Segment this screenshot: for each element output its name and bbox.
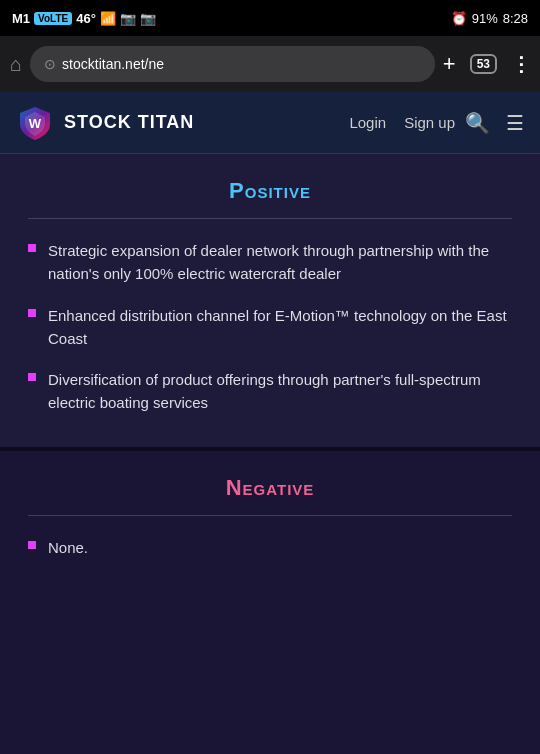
positive-section: Positive Strategic expansion of dealer n… [0, 154, 540, 451]
negative-title: Negative [28, 475, 512, 501]
battery-level: 91% [472, 11, 498, 26]
list-item: Enhanced distribution channel for E-Moti… [28, 304, 512, 351]
bullet-icon [28, 373, 36, 381]
bullet-icon [28, 309, 36, 317]
negative-none-text: None. [48, 536, 88, 559]
positive-title: Positive [28, 178, 512, 204]
bullet-text-2: Enhanced distribution channel for E-Moti… [48, 304, 512, 351]
positive-divider [28, 218, 512, 219]
wifi-icon: 📶 [100, 11, 116, 26]
status-right: ⏰ 91% 8:28 [451, 11, 528, 26]
negative-divider [28, 515, 512, 516]
more-options-button[interactable]: ⋮ [511, 52, 530, 76]
browser-bar: ⌂ ⊙ stocktitan.net/ne + 53 ⋮ [0, 36, 540, 92]
home-icon[interactable]: ⌂ [10, 53, 22, 76]
new-tab-button[interactable]: + [443, 51, 456, 77]
logo-shield-icon: W [16, 104, 54, 142]
list-item: Diversification of product offerings thr… [28, 368, 512, 415]
status-bar: M1 VoLTE 46° 📶 📷 📷 ⏰ 91% 8:28 [0, 0, 540, 36]
logo-text: STOCK TITAN [64, 112, 194, 133]
search-icon[interactable]: 🔍 [465, 111, 490, 135]
main-content: Positive Strategic expansion of dealer n… [0, 154, 540, 754]
battery-percent: 91 [472, 11, 486, 26]
list-item: Strategic expansion of dealer network th… [28, 239, 512, 286]
positive-bullet-list: Strategic expansion of dealer network th… [28, 239, 512, 415]
hamburger-menu-icon[interactable]: ☰ [506, 111, 524, 135]
bullet-icon [28, 244, 36, 252]
instagram2-icon: 📷 [140, 11, 156, 26]
negative-section: Negative None. [0, 451, 540, 579]
nav-links: Login Sign up [349, 114, 455, 131]
url-bar[interactable]: ⊙ stocktitan.net/ne [30, 46, 435, 82]
tab-count[interactable]: 53 [470, 54, 497, 74]
signal-icon: 46° [76, 11, 96, 26]
logo-area: W STOCK TITAN [16, 104, 349, 142]
negative-none-item: None. [28, 536, 512, 559]
bullet-text-1: Strategic expansion of dealer network th… [48, 239, 512, 286]
bullet-icon [28, 541, 36, 549]
alarm-icon: ⏰ [451, 11, 467, 26]
instagram-icon: 📷 [120, 11, 136, 26]
browser-actions: + 53 ⋮ [443, 51, 530, 77]
bullet-text-3: Diversification of product offerings thr… [48, 368, 512, 415]
nav-bar: W STOCK TITAN Login Sign up 🔍 ☰ [0, 92, 540, 154]
nav-icons: 🔍 ☰ [465, 111, 524, 135]
svg-text:W: W [29, 116, 42, 131]
signup-link[interactable]: Sign up [404, 114, 455, 131]
network-badge: VoLTE [34, 12, 72, 25]
url-text: stocktitan.net/ne [62, 56, 164, 72]
login-link[interactable]: Login [349, 114, 386, 131]
site-icon: ⊙ [44, 56, 56, 72]
time-display: 8:28 [503, 11, 528, 26]
status-left: M1 VoLTE 46° 📶 📷 📷 [12, 11, 156, 26]
carrier-text: M1 [12, 11, 30, 26]
